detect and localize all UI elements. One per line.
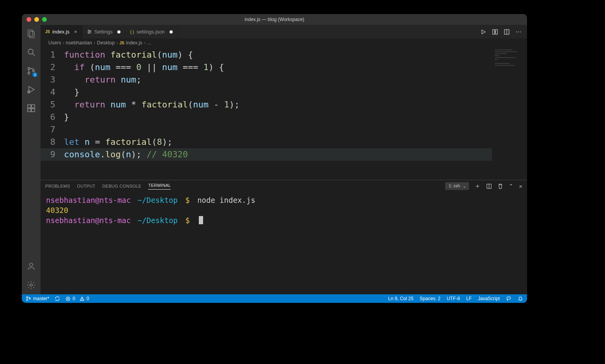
terminal-cursor [199,216,203,224]
breadcrumb-segment[interactable]: Desktop [97,40,115,46]
editor[interactable]: 1function factorial(num) {2 if (num === … [41,47,527,180]
vscode-window: index.js — blog (Workspace) 3 [22,14,527,303]
tab-settings[interactable]: Settings [82,25,126,39]
split-editor-icon[interactable] [504,29,510,35]
settings-tab-icon [87,29,92,34]
minimize-window-button[interactable] [34,17,39,22]
code-line[interactable]: 3 return num; [41,74,492,86]
svg-point-4 [28,68,30,70]
breadcrumb-file[interactable]: index.js [126,40,142,46]
status-language[interactable]: JavaScript [478,296,500,301]
status-errors[interactable]: 0 0 [65,296,89,301]
svg-point-2 [28,49,33,54]
svg-line-3 [33,54,35,56]
status-encoding[interactable]: UTF-8 [447,296,460,301]
split-compare-icon[interactable] [492,29,498,35]
terminal-line: nsebhastian@nts-mac ~/Desktop $ [46,215,522,225]
split-terminal-icon[interactable] [486,183,492,189]
accounts-icon[interactable] [26,261,37,272]
minimap[interactable] [492,47,527,180]
terminal-output: 40320 [46,205,522,215]
svg-rect-0 [28,30,33,36]
more-actions-icon[interactable]: ⋯ [515,30,522,34]
panel-tab-problems[interactable]: PROBLEMS [45,184,70,188]
svg-point-5 [28,72,30,74]
line-number: 3 [41,74,64,86]
code-line[interactable]: 9console.log(n); // 40320 [41,148,492,161]
svg-point-35 [82,300,82,300]
close-window-button[interactable] [27,17,31,22]
terminal-selector[interactable]: 1: zsh ⌄ [445,182,469,190]
status-feedback-icon[interactable] [506,296,511,301]
code-line[interactable]: 5 return num * factorial(num - 1); [41,98,492,111]
panel-tab-terminal[interactable]: TERMINAL [148,183,171,190]
breadcrumb[interactable]: Users › nsebhastian › Desktop › JS index… [41,39,527,47]
svg-rect-1 [30,32,34,38]
explorer-icon[interactable] [26,28,37,39]
title-bar: index.js — blog (Workspace) [22,14,527,25]
maximize-panel-icon[interactable]: ⌃ [509,183,513,189]
panel-tabs: PROBLEMS OUTPUT DEBUG CONSOLE TERMINAL 1… [41,180,527,192]
code-line[interactable]: 8let n = factorial(8); [41,136,492,148]
svg-rect-11 [32,109,35,112]
code-line[interactable]: 2 if (num === 0 || num === 1) { [41,61,492,74]
svg-rect-10 [28,109,31,112]
line-number: 6 [41,111,64,123]
svg-point-18 [88,30,89,31]
panel-tab-output[interactable]: OUTPUT [77,184,96,188]
js-file-icon: JS [45,30,50,34]
search-icon[interactable] [26,47,37,58]
tab-label: settings.json [136,29,165,35]
line-number: 1 [41,49,64,61]
line-number: 4 [41,86,64,98]
activity-bar: 3 [22,25,41,294]
svg-point-13 [30,263,33,266]
chevron-down-icon: ⌄ [463,184,466,189]
new-terminal-icon[interactable]: ＋ [474,182,481,190]
chevron-right-icon: › [94,40,95,46]
close-panel-icon[interactable]: × [519,183,522,190]
tab-index-js[interactable]: JS index.js × [41,25,82,39]
terminal-body[interactable]: nsebhastian@nts-mac ~/Desktop $ node ind… [41,192,527,294]
line-number: 8 [41,136,64,148]
settings-gear-icon[interactable] [26,280,37,290]
tab-close-icon[interactable]: × [74,29,77,35]
chevron-right-icon: › [63,40,64,46]
terminal-line: nsebhastian@nts-mac ~/Desktop $ node ind… [46,195,522,205]
status-bell-icon[interactable] [518,296,523,301]
tab-settings-json[interactable]: { } settings.json [126,25,178,39]
run-file-icon[interactable] [480,29,486,35]
svg-rect-9 [28,105,31,108]
js-file-icon: JS [119,41,124,45]
run-debug-icon[interactable] [26,84,37,95]
tabs-row: JS index.js × Settings { } settings.json [41,25,527,39]
svg-point-14 [30,284,32,286]
code-line[interactable]: 7 [41,123,492,136]
code-line[interactable]: 6} [41,111,492,123]
status-cursor-pos[interactable]: Ln 9, Col 25 [388,296,414,301]
window-controls [22,17,47,22]
chevron-right-icon: › [116,40,118,46]
svg-point-28 [27,297,28,298]
code-line[interactable]: 1function factorial(num) { [41,49,492,61]
svg-point-19 [90,31,90,32]
breadcrumb-segment[interactable]: nsebhastian [66,40,92,46]
source-control-icon[interactable]: 3 [26,65,37,76]
extensions-icon[interactable] [26,103,37,114]
svg-point-20 [88,33,89,33]
code-line[interactable]: 4 } [41,86,492,98]
svg-point-29 [27,299,28,301]
status-sync[interactable] [55,296,60,301]
status-branch[interactable]: master* [26,296,49,301]
panel-tab-debug-console[interactable]: DEBUG CONSOLE [103,184,142,188]
terminal-selector-label: 1: zsh [449,183,460,188]
kill-terminal-icon[interactable] [497,183,503,189]
breadcrumb-segment[interactable]: Users [48,40,61,46]
scm-badge: 3 [32,72,37,77]
line-number: 7 [41,123,64,136]
maximize-window-button[interactable] [42,17,47,22]
line-number: 9 [41,148,64,161]
status-eol[interactable]: LF [466,296,472,301]
status-indentation[interactable]: Spaces: 2 [420,296,440,301]
breadcrumb-tail[interactable]: ... [147,40,151,46]
